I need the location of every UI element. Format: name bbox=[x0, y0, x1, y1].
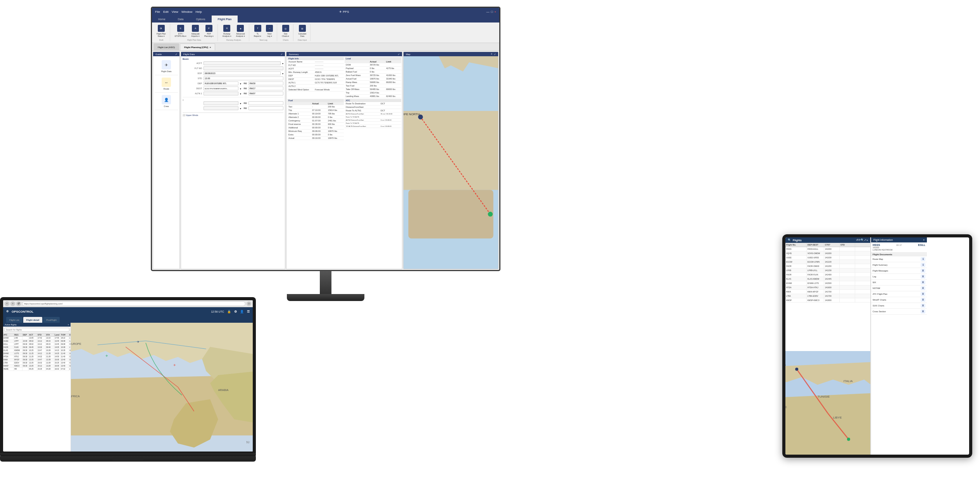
minimize-btn[interactable]: — bbox=[486, 10, 489, 14]
tablet-table-row[interactable]: HSSSHSSS-EGLL141000 bbox=[785, 247, 870, 251]
doc-atc-download-btn[interactable]: ⬇ bbox=[921, 292, 925, 296]
browser-forward-btn[interactable]: › bbox=[10, 301, 15, 306]
tab-options[interactable]: Options bbox=[190, 16, 211, 22]
tab-data[interactable]: Data bbox=[172, 16, 190, 22]
see-charts-btn[interactable]: ◎ SeeCharts ▾ bbox=[280, 24, 291, 38]
table-row[interactable]: EGLLLPPT09:3008:0213:1208:1513:4509:08OM… bbox=[3, 343, 71, 346]
menu-edit[interactable]: Edit bbox=[163, 10, 169, 14]
browser-back-btn[interactable]: ‹ bbox=[5, 301, 9, 306]
table-row[interactable]: KMSPKMCO09:3013:2515:1213:2816:0513:40UU… bbox=[3, 365, 71, 368]
table-row[interactable]: HEMEHR05:2515:2504:2816:0207:02LTBA... bbox=[3, 368, 71, 371]
altn1-rw-input[interactable] bbox=[248, 92, 283, 95]
tl-report-btn[interactable]: T TLReport ▾ bbox=[252, 24, 263, 38]
tablet-table-row[interactable]: LTBALTBA-EDDV141700 bbox=[785, 294, 870, 298]
table-row[interactable]: HTDAHTKJ09:3011:2514:3211:2814:5511:40OM… bbox=[3, 355, 71, 358]
std-input[interactable] bbox=[204, 76, 283, 80]
doc-flight-summary-info-btn[interactable]: ℹ bbox=[921, 263, 925, 267]
tablet-search-icon[interactable]: 🔍 bbox=[788, 239, 791, 242]
dep-rw-input[interactable] bbox=[248, 81, 283, 85]
header-lock-icon[interactable]: 🔒 bbox=[227, 310, 231, 313]
altn2-input[interactable] bbox=[204, 101, 238, 105]
header-user-icon[interactable]: 👤 bbox=[240, 310, 244, 313]
summary-expand-icon[interactable]: ⤢ bbox=[398, 53, 400, 55]
menu-window[interactable]: Window bbox=[181, 10, 192, 14]
etp-btn[interactable]: E ETP /ETOPS Alts ▾ bbox=[173, 24, 188, 38]
pdp-btn[interactable]: P PDPPlanning ▾ bbox=[203, 24, 215, 38]
laptop-touchpad[interactable] bbox=[112, 457, 143, 460]
tablet-table-row[interactable]: HTDAHTDA-HTKJ141600 bbox=[785, 285, 870, 290]
altn2-rw-input[interactable] bbox=[248, 101, 283, 105]
dest-rw-input[interactable] bbox=[248, 87, 283, 90]
menu-help[interactable]: Help bbox=[195, 10, 202, 14]
tab-flight-plan[interactable]: Flight Plan bbox=[212, 16, 238, 22]
dof-input[interactable] bbox=[204, 71, 281, 75]
browser-bookmark-btn[interactable]: ☆ bbox=[247, 301, 251, 306]
altn1-dropdown-icon[interactable]: ▾ bbox=[240, 92, 241, 95]
browser-refresh-btn[interactable]: ↺ bbox=[16, 301, 21, 306]
table-row[interactable]: KMIAMYGF09:3012:2514:4712:2815:0512:40UU… bbox=[3, 358, 71, 362]
doc-flight-messages-download-btn[interactable]: ⬇ bbox=[921, 269, 925, 273]
tablet-close-icon[interactable]: × bbox=[866, 239, 868, 242]
map-expand-icon[interactable]: ⤢ bbox=[494, 53, 496, 55]
doc-windit-download-btn[interactable]: ⬇ bbox=[921, 298, 925, 302]
tablet-table-row[interactable]: FAORFAOR-OMAD141200 bbox=[785, 264, 870, 268]
table-row[interactable]: LTBAEDDV09:3012:2515:0212:2815:2513:40OM… bbox=[3, 362, 71, 365]
search-input[interactable] bbox=[4, 328, 69, 332]
dof-calendar-icon[interactable]: ▾ bbox=[282, 72, 283, 75]
menu-view[interactable]: View bbox=[172, 10, 178, 14]
close-panel-icon[interactable]: × bbox=[68, 324, 69, 326]
doc-cross-section-download-btn[interactable]: ⬇ bbox=[921, 310, 925, 313]
tablet-search2-icon[interactable]: 🔍 bbox=[861, 239, 864, 242]
guide-item-route[interactable]: ↔ Route bbox=[155, 75, 178, 93]
dest-input[interactable] bbox=[204, 87, 238, 90]
tablet-table-row[interactable]: VQHSVOHS-OMDW141000 bbox=[785, 251, 870, 256]
tablet-table-row[interactable]: KMIAKMIA-MYGF141700 bbox=[785, 290, 870, 294]
tablet-table-row[interactable]: EHAMEHAM-LGTS141500 bbox=[785, 281, 870, 285]
tablet-table-row[interactable]: EGGWEGGW-LFMN141100 bbox=[785, 260, 870, 264]
maximize-btn[interactable]: □ bbox=[491, 10, 493, 14]
adequate-airports-btn[interactable]: A AdequateAirports ▾ bbox=[190, 24, 201, 38]
close-tab-icon[interactable]: × bbox=[210, 46, 211, 48]
menu-file[interactable]: File bbox=[155, 10, 160, 14]
dest-dropdown-icon[interactable]: ▾ bbox=[240, 87, 241, 90]
tab-flight-list[interactable]: Flight List (ASO) bbox=[154, 43, 179, 50]
runway-analysis-btn[interactable]: R RunwayAnalysis ▾ bbox=[221, 24, 233, 38]
nav-tab-flight-list[interactable]: Flight List bbox=[6, 317, 22, 323]
flt-no-input[interactable] bbox=[204, 66, 283, 70]
table-row[interactable]: EHAMLHR13:0517:4213:1517:5518:22LTBA... bbox=[3, 337, 71, 340]
flight-plan-status-btn[interactable]: ✈ Flight PlanStatus ▾ bbox=[155, 24, 167, 38]
doc-route-map-info-btn[interactable]: ℹ bbox=[921, 257, 925, 261]
tablet-table-row[interactable]: KMSPKMSP-KMCO141800 bbox=[785, 298, 870, 303]
table-row[interactable]: UUEELPPT22:0008:0213:1208:1513:4509:08LF… bbox=[3, 340, 71, 343]
header-menu-icon[interactable]: ☰ bbox=[247, 310, 250, 313]
dep-input[interactable] bbox=[204, 81, 238, 85]
doc-sixx-download-btn[interactable]: ⬇ bbox=[921, 304, 925, 308]
acft-input[interactable] bbox=[204, 61, 281, 65]
altn2-dropdown-icon[interactable]: ▾ bbox=[240, 102, 241, 105]
doc-wx-download-btn[interactable]: ⬇ bbox=[921, 280, 925, 284]
guide-item-flight-data[interactable]: ✈ Flight Data bbox=[155, 58, 178, 75]
tablet-table-row[interactable]: LFRBLFRB-LFLL141230 bbox=[785, 268, 870, 273]
close-btn[interactable]: × bbox=[494, 10, 496, 14]
table-row[interactable]: KLASKMDW09:3010:2513:4710:2814:1510:35UU… bbox=[3, 349, 71, 352]
advanced-analysis-btn[interactable]: ★ AdvancedAnalysis ▾ bbox=[235, 24, 247, 38]
browser-address-bar[interactable]: https://opscontrol.ops/flightplanning.co… bbox=[22, 301, 245, 306]
altn1-input[interactable] bbox=[204, 92, 238, 95]
tablet-table-row[interactable]: FAORFAOR-FLKK141400 bbox=[785, 273, 870, 277]
tab-home[interactable]: Home bbox=[152, 16, 172, 22]
acft-dropdown-icon[interactable]: ▾ bbox=[282, 62, 283, 65]
tablet-table-row[interactable]: KLASKLAS-KMDW141445 bbox=[785, 277, 870, 281]
nav-tab-flight-detail[interactable]: Flight detail bbox=[23, 317, 43, 323]
map-layers-icon[interactable]: ≡ bbox=[491, 53, 492, 55]
dep-dropdown-icon[interactable]: ▾ bbox=[240, 82, 241, 85]
table-row[interactable]: EHAMLGTS09:3011:2514:1211:2814:2511:40UU… bbox=[3, 352, 71, 355]
guide-expand-icon[interactable]: ⤢ bbox=[175, 53, 177, 55]
guide-item-crew[interactable]: 👤 Crew bbox=[155, 93, 178, 110]
header-settings-icon[interactable]: ⚙ bbox=[234, 310, 237, 313]
altn3-rw-input[interactable] bbox=[248, 106, 283, 110]
tablet-table-row[interactable]: UUEEUUEE-URSS141030 bbox=[785, 256, 870, 260]
doc-log-download-btn[interactable]: ⬇ bbox=[921, 275, 925, 279]
tab-flight-planning[interactable]: Flight Planning [CPU] × bbox=[180, 43, 215, 50]
table-row[interactable]: FAORFLKK09:3009:4513:3209:4614:0510:08LT… bbox=[3, 346, 71, 349]
tablet-close-panel-icon[interactable]: × bbox=[923, 239, 925, 241]
